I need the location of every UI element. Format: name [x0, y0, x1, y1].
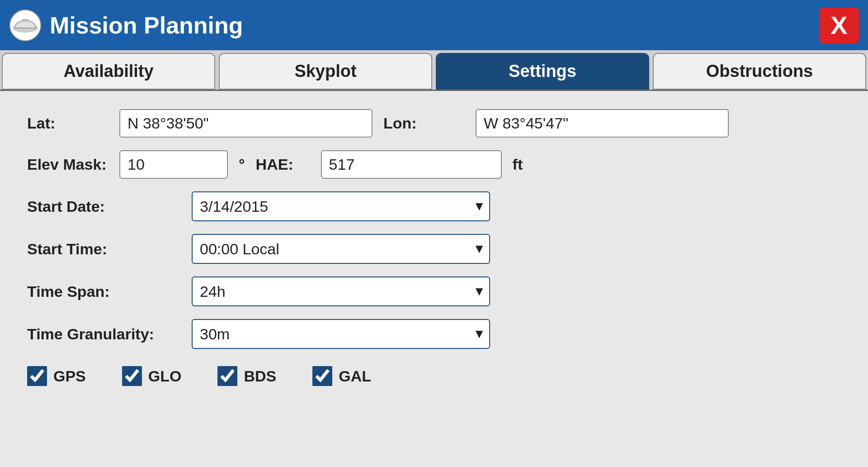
- lat-label: Lat:: [27, 114, 108, 132]
- start-time-row: Start Time: 00:00 Local ▼: [27, 234, 841, 264]
- lat-input[interactable]: [119, 109, 373, 138]
- glo-label: GLO: [148, 367, 182, 385]
- start-date-select[interactable]: 3/14/2015: [192, 191, 490, 221]
- hae-label: HAE:: [256, 156, 310, 173]
- start-time-label: Start Time:: [27, 240, 181, 258]
- start-time-dropdown-wrapper: 00:00 Local ▼: [192, 234, 490, 264]
- hae-unit: ft: [513, 156, 523, 173]
- settings-form: Lat: Lon: Elev Mask: ° HAE: ft Start Dat…: [27, 109, 841, 386]
- glo-checkbox[interactable]: [122, 366, 142, 386]
- header-left: Mission Planning: [9, 9, 243, 42]
- constellation-checkboxes: GPS GLO BDS GAL: [27, 366, 841, 386]
- start-date-label: Start Date:: [27, 198, 181, 215]
- bds-label: BDS: [244, 367, 276, 385]
- gps-checkbox[interactable]: [27, 366, 47, 386]
- time-span-select[interactable]: 24h: [192, 276, 490, 306]
- tab-skyplot[interactable]: Skyplot: [219, 53, 432, 90]
- tab-bar: Availability Skyplot Settings Obstructio…: [0, 50, 868, 91]
- lon-input[interactable]: [476, 109, 729, 138]
- tab-availability[interactable]: Availability: [2, 53, 215, 90]
- time-granularity-row: Time Granularity: 30m ▼: [27, 319, 841, 349]
- hard-hat-icon: [9, 9, 42, 42]
- app-header: Mission Planning X: [0, 0, 868, 50]
- hae-input[interactable]: [321, 150, 502, 179]
- start-time-select[interactable]: 00:00 Local: [192, 234, 490, 264]
- close-button[interactable]: X: [819, 7, 859, 43]
- time-span-row: Time Span: 24h ▼: [27, 276, 841, 306]
- gps-checkbox-item: GPS: [27, 366, 86, 386]
- bds-checkbox[interactable]: [217, 366, 237, 386]
- gps-label: GPS: [53, 367, 86, 385]
- gal-checkbox-item: GAL: [312, 366, 371, 386]
- tab-settings[interactable]: Settings: [436, 53, 649, 90]
- time-granularity-select[interactable]: 30m: [192, 319, 490, 349]
- time-span-dropdown-wrapper: 24h ▼: [192, 276, 490, 306]
- elev-unit: °: [239, 156, 245, 173]
- gal-checkbox[interactable]: [312, 366, 332, 386]
- elev-hae-row: Elev Mask: ° HAE: ft: [27, 150, 841, 179]
- lat-lon-row: Lat: Lon:: [27, 109, 841, 138]
- time-span-label: Time Span:: [27, 283, 181, 300]
- svg-rect-2: [22, 19, 29, 22]
- lon-label: Lon:: [383, 114, 465, 132]
- start-date-dropdown-wrapper: 3/14/2015 ▼: [192, 191, 490, 221]
- tab-obstructions[interactable]: Obstructions: [653, 53, 866, 90]
- app-title: Mission Planning: [50, 12, 243, 39]
- elev-mask-input[interactable]: [119, 150, 228, 179]
- elev-mask-label: Elev Mask:: [27, 156, 108, 173]
- start-date-row: Start Date: 3/14/2015 ▼: [27, 191, 841, 221]
- gal-label: GAL: [339, 367, 371, 385]
- glo-checkbox-item: GLO: [122, 366, 182, 386]
- time-granularity-label: Time Granularity:: [27, 325, 181, 343]
- bds-checkbox-item: BDS: [217, 366, 276, 386]
- time-granularity-dropdown-wrapper: 30m ▼: [192, 319, 490, 349]
- settings-content: Lat: Lon: Elev Mask: ° HAE: ft Start Dat…: [0, 91, 868, 467]
